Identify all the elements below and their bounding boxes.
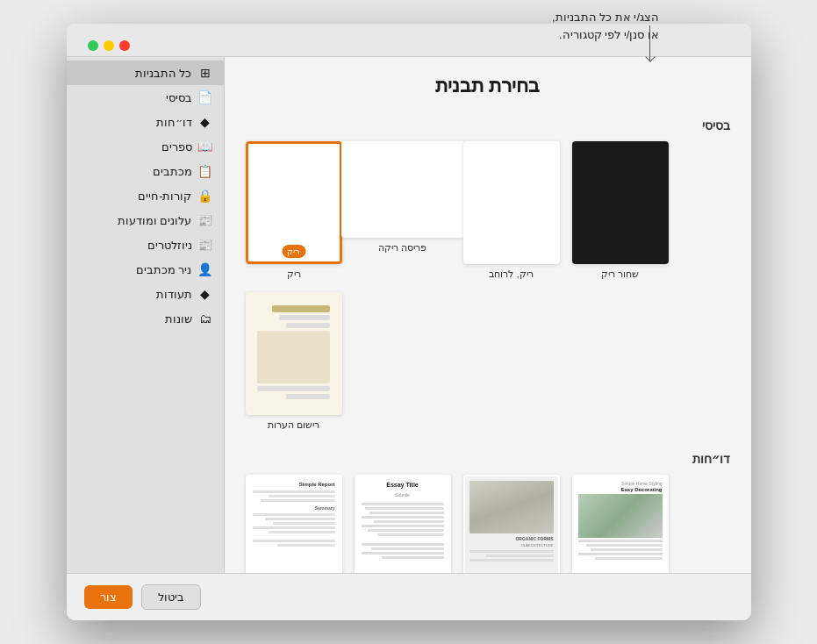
template-item-sketch[interactable]: רישום הערות: [246, 292, 342, 431]
sidebar-item-resume[interactable]: 🔒 קורות-חיים: [67, 183, 224, 208]
create-button[interactable]: צור: [84, 585, 133, 609]
main-content: בחירת תבנית בסיסי ריק ריק פריסה ריקה: [225, 57, 751, 573]
traffic-light-red[interactable]: [119, 40, 130, 51]
tooltip-line2: או סנן/י לפי קטגוריה.: [552, 26, 659, 44]
traffic-lights: [88, 40, 130, 51]
sidebar-item-letters[interactable]: 📋 מכתבים: [67, 159, 224, 183]
template-label-blank-landscape: פריסה ריקה: [378, 242, 426, 254]
sidebar-item-newsletters[interactable]: 📰 ניוזלטרים: [67, 233, 224, 257]
template-thumb-sketch: [246, 292, 342, 415]
tooltip-arrow: [649, 25, 650, 61]
template-thumb-simple-report: Simple Report Summary: [246, 475, 342, 573]
tooltip-line1: הצג/י את כל התבניות,: [552, 9, 659, 26]
sidebar-item-stationery[interactable]: 👤 ניר מכתבים: [67, 257, 224, 282]
books-icon: 📖: [197, 140, 213, 154]
sidebar-item-reports[interactable]: ◆ דו״חות: [67, 110, 224, 134]
template-label-blank-wide: ריק, לרוחב: [489, 268, 533, 280]
flyers-icon: 📰: [197, 213, 213, 227]
sidebar-item-all[interactable]: ⊞ כל התבניות: [67, 61, 224, 85]
traffic-light-green[interactable]: [88, 40, 98, 51]
basic-icon: 📄: [197, 90, 213, 104]
reports-templates-grid: Simple Report Summary: [246, 475, 730, 573]
template-thumb-blank-landscape: [341, 141, 464, 238]
tooltip: הצג/י את כל התבניות, או סנן/י לפי קטגורי…: [552, 9, 659, 43]
sidebar-item-books[interactable]: 📖 ספרים: [67, 134, 224, 159]
section-header-reports: דו״חות: [246, 445, 730, 475]
all-templates-icon: ⊞: [197, 66, 213, 80]
template-item-dark[interactable]: שחור ריק: [572, 141, 669, 280]
template-item-blank-wide[interactable]: ריק, לרוחב: [463, 141, 560, 280]
sidebar-label-certificates: תעודות: [74, 288, 192, 301]
sidebar-label-stationery: ניר מכתבים: [74, 263, 192, 276]
sidebar-item-basic[interactable]: 📄 בסיסי: [67, 85, 224, 110]
misc-icon: 🗂: [197, 311, 213, 326]
dialog-footer: צור ביטול: [67, 573, 751, 620]
sidebar-label-letters: מכתבים: [74, 165, 192, 178]
template-item-essay[interactable]: Essay Title Subtitle: [355, 475, 451, 573]
selected-badge: ריק: [282, 245, 305, 258]
template-thumb-essay: Essay Title Subtitle: [355, 475, 451, 573]
resume-icon: 🔒: [197, 189, 213, 203]
template-thumb-blank-wide: [463, 141, 560, 264]
stationery-icon: 👤: [197, 262, 213, 276]
sidebar-label-basic: בסיסי: [74, 91, 192, 104]
template-item-simple-report[interactable]: Simple Report Summary: [246, 475, 342, 573]
sidebar-item-flyers[interactable]: 📰 עלונים ומודעות: [67, 208, 224, 233]
template-thumb-dark: [572, 141, 669, 264]
template-chooser-dialog: ⊞ כל התבניות 📄 בסיסי ◆ דו״חות 📖 ספרים 📋 …: [67, 24, 751, 620]
template-item-blank[interactable]: ריק ריק: [246, 141, 342, 280]
sidebar-label-all: כל התבניות: [74, 67, 192, 80]
sidebar-label-misc: שונות: [74, 312, 192, 326]
sidebar-label-newsletters: ניוזלטרים: [74, 239, 192, 252]
cancel-button[interactable]: ביטול: [141, 584, 201, 610]
basic-templates-grid: ריק ריק פריסה ריקה ריק, לרוחב: [246, 141, 730, 431]
section-header-basic: בסיסי: [246, 111, 730, 141]
sidebar-label-reports: דו״חות: [74, 116, 192, 129]
reports-icon: ◆: [197, 115, 213, 129]
sidebar: ⊞ כל התבניות 📄 בסיסי ◆ דו״חות 📖 ספרים 📋 …: [67, 57, 225, 573]
template-item-blank-landscape[interactable]: פריסה ריקה: [355, 141, 451, 280]
template-label-sketch: רישום הערות: [268, 419, 319, 431]
certificates-icon: ◆: [197, 287, 213, 301]
sidebar-item-misc[interactable]: 🗂 שונות: [67, 306, 224, 331]
dialog-title: בחירת תבנית: [246, 57, 730, 111]
sidebar-label-books: ספרים: [74, 140, 192, 154]
sidebar-item-certificates[interactable]: ◆ תעודות: [67, 282, 224, 306]
sidebar-label-flyers: עלונים ומודעות: [74, 214, 192, 227]
template-label-dark: שחור ריק: [601, 268, 639, 280]
template-thumb-contemporary: Simple Home Styling Easy Decorating: [572, 475, 669, 573]
dialog-body: ⊞ כל התבניות 📄 בסיסי ◆ דו״חות 📖 ספרים 📋 …: [67, 57, 751, 573]
sidebar-label-resume: קורות-חיים: [74, 190, 192, 203]
template-thumb-blank: ריק: [246, 141, 342, 264]
template-item-contemporary[interactable]: Simple Home Styling Easy Decorating: [572, 475, 669, 573]
traffic-light-yellow[interactable]: [104, 40, 114, 51]
template-item-minimal[interactable]: ORGANIC FORMS IN ARCHITECTURE דו״ח מינימ…: [463, 475, 560, 573]
template-thumb-minimal: ORGANIC FORMS IN ARCHITECTURE: [463, 475, 560, 573]
newsletters-icon: 📰: [197, 238, 213, 252]
letters-icon: 📋: [197, 164, 213, 178]
template-label-blank: ריק: [287, 268, 301, 280]
